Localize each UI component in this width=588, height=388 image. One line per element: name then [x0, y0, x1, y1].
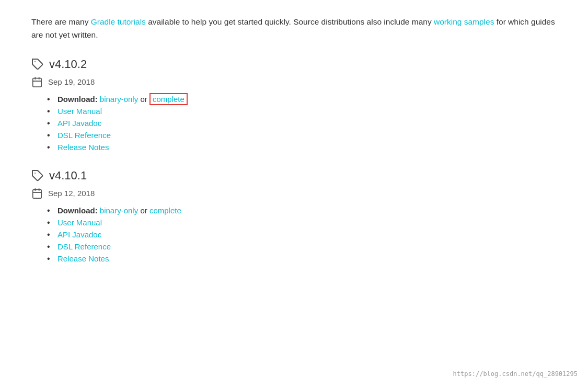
- list-item-3: Release Notes: [57, 141, 557, 153]
- link-dsl-reference[interactable]: DSL Reference: [57, 131, 111, 140]
- list-item-1: API Javadoc: [57, 229, 557, 241]
- version-section-v4.10.2: v4.10.2 Sep 19, 2018 Download: binary-on…: [31, 58, 557, 153]
- tag-icon: [31, 169, 44, 182]
- list-item-2: DSL Reference: [57, 241, 557, 253]
- svg-rect-6: [33, 189, 42, 198]
- link-dsl-reference[interactable]: DSL Reference: [57, 242, 111, 251]
- version-date: Sep 19, 2018: [48, 77, 95, 86]
- version-date: Sep 12, 2018: [48, 189, 95, 198]
- binary-only-link[interactable]: binary-only: [100, 206, 138, 215]
- binary-only-link[interactable]: binary-only: [100, 95, 138, 104]
- or-text: or: [140, 206, 149, 215]
- link-user-manual[interactable]: User Manual: [57, 218, 102, 227]
- link-api-javadoc[interactable]: API Javadoc: [57, 230, 101, 239]
- list-item-1: API Javadoc: [57, 117, 557, 129]
- list-item-0: User Manual: [57, 105, 557, 117]
- list-item-3: Release Notes: [57, 253, 557, 265]
- complete-link[interactable]: complete: [149, 206, 181, 215]
- download-item: Download: binary-only or complete: [57, 93, 557, 105]
- link-api-javadoc[interactable]: API Javadoc: [57, 119, 101, 128]
- list-item-2: DSL Reference: [57, 129, 557, 141]
- link-user-manual[interactable]: User Manual: [57, 107, 102, 116]
- link-release-notes[interactable]: Release Notes: [57, 254, 109, 263]
- version-title-v4.10.1: v4.10.1: [31, 169, 557, 182]
- calendar-icon: [31, 188, 43, 199]
- complete-link-highlighted[interactable]: complete: [149, 93, 188, 105]
- or-text: or: [140, 95, 149, 104]
- date-row-v4.10.1: Sep 12, 2018: [31, 188, 557, 199]
- download-label: Download:: [57, 95, 98, 104]
- download-item: Download: binary-only or complete: [57, 204, 557, 216]
- date-row-v4.10.2: Sep 19, 2018: [31, 76, 557, 88]
- version-links-list-v4.10.2: Download: binary-only or complete User M…: [31, 93, 557, 153]
- svg-rect-1: [33, 78, 42, 87]
- version-links-list-v4.10.1: Download: binary-only or complete User M…: [31, 204, 557, 265]
- versions-container: v4.10.2 Sep 19, 2018 Download: binary-on…: [31, 58, 557, 265]
- download-label: Download:: [57, 206, 98, 215]
- version-section-v4.10.1: v4.10.1 Sep 12, 2018 Download: binary-on…: [31, 169, 557, 265]
- tag-icon: [31, 58, 44, 71]
- version-label: v4.10.1: [49, 169, 87, 182]
- working-samples-link[interactable]: working samples: [434, 17, 494, 26]
- watermark: https://blog.csdn.net/qq_28901295: [453, 370, 578, 378]
- list-item-0: User Manual: [57, 216, 557, 229]
- calendar-icon: [31, 76, 43, 88]
- link-release-notes[interactable]: Release Notes: [57, 143, 109, 152]
- intro-paragraph: There are many Gradle tutorials availabl…: [31, 16, 557, 42]
- version-title-v4.10.2: v4.10.2: [31, 58, 557, 71]
- gradle-tutorials-link[interactable]: Gradle tutorials: [91, 17, 146, 26]
- intro-text-before-link1: There are many: [31, 17, 91, 26]
- version-label: v4.10.2: [49, 58, 87, 71]
- intro-text-after-link1: available to help you get started quickl…: [146, 17, 434, 26]
